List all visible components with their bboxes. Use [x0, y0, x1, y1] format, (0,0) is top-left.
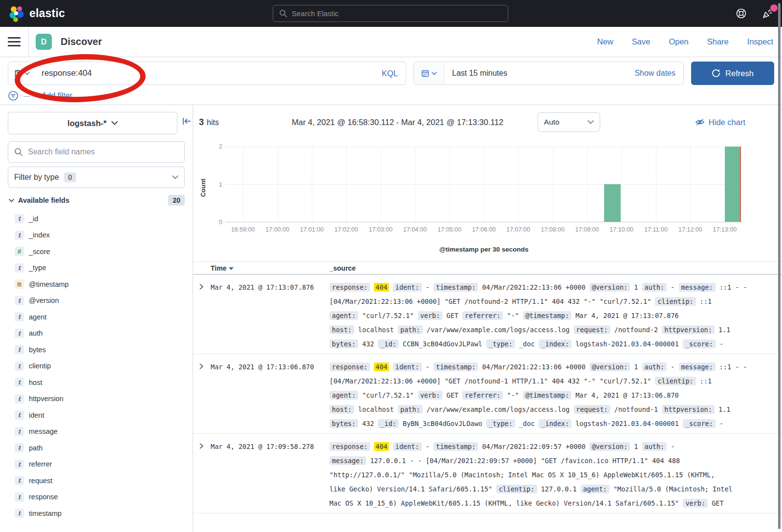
field-item-message[interactable]: tmessage: [8, 424, 185, 440]
field-badge: referrer:: [462, 391, 503, 400]
nav-link-open[interactable]: Open: [669, 37, 688, 46]
nav-link-inspect[interactable]: Inspect: [747, 37, 773, 46]
save-icon: [14, 69, 22, 78]
hide-chart-button[interactable]: Hide chart: [695, 118, 745, 127]
field-name: referrer: [29, 460, 52, 468]
eye-slash-icon: [695, 118, 705, 126]
field-item-agent[interactable]: tagent: [8, 309, 185, 325]
interval-value: Auto: [544, 118, 560, 127]
nav-link-save[interactable]: Save: [632, 37, 651, 46]
source-text: -: [671, 283, 674, 291]
menu-icon[interactable]: [8, 37, 21, 46]
field-badge: host:: [329, 405, 354, 414]
table-row: Mar 4, 2021 @ 17:13:07.876response: 404 …: [193, 275, 782, 354]
x-axis-tick-label: 17:07:00: [506, 226, 530, 233]
page-title: Discover: [61, 36, 102, 47]
field-item-@timestamp[interactable]: ▦@timestamp: [8, 276, 185, 293]
y-axis-labels: 012: [203, 147, 222, 222]
index-pattern-name: logstash-*: [67, 119, 107, 128]
source-text: /var/www/example.com/logs/access.log: [427, 405, 570, 413]
expand-row-icon[interactable]: [199, 440, 211, 511]
y-axis-tick-label: 2: [219, 143, 222, 150]
show-dates-button[interactable]: Show dates: [634, 69, 683, 78]
gridline: [278, 147, 278, 222]
x-axis-tick-label: 17:12:00: [678, 226, 702, 233]
save-query-button[interactable]: [8, 62, 36, 85]
field-item-_id[interactable]: t_id: [8, 211, 185, 227]
field-badge: _id:: [378, 340, 399, 348]
expand-row-icon[interactable]: [199, 360, 211, 431]
field-badge: clientip:: [655, 377, 695, 385]
field-item-auth[interactable]: tauth: [8, 325, 185, 342]
gridline: [587, 147, 587, 222]
field-item-ident[interactable]: tident: [8, 407, 185, 424]
scrollbar[interactable]: [778, 3, 781, 529]
newsfeed-icon[interactable]: [761, 8, 773, 20]
calendar-icon: [421, 69, 429, 77]
text-type-icon: t: [15, 329, 24, 338]
refresh-icon: [712, 69, 720, 78]
help-icon[interactable]: [735, 8, 747, 20]
field-item-bytes[interactable]: tbytes: [8, 341, 185, 358]
expand-row-icon[interactable]: [199, 280, 211, 351]
field-item-_score[interactable]: #_score: [8, 243, 185, 260]
source-text: -: [426, 363, 430, 371]
field-badge: ident:: [393, 283, 422, 292]
field-name: ident: [29, 411, 44, 419]
field-badge: ident:: [393, 362, 422, 371]
chevron-down-icon: [9, 199, 14, 202]
brand-name: elastic: [29, 7, 65, 20]
field-item-httpversion[interactable]: thttpversion: [8, 391, 185, 407]
field-badge: agent:: [329, 391, 358, 400]
filter-by-type-dropdown[interactable]: Filter by type 0: [8, 167, 185, 188]
field-name: request: [29, 477, 52, 485]
nav-link-share[interactable]: Share: [707, 37, 729, 46]
histogram-bar[interactable]: [725, 147, 741, 222]
time-range-value[interactable]: Last 15 minutes: [444, 69, 507, 78]
field-item-timestamp[interactable]: ttimestamp: [8, 505, 185, 522]
field-item-path[interactable]: tpath: [8, 440, 185, 456]
search-field-names-input[interactable]: Search field names: [8, 141, 185, 163]
field-name: @version: [29, 297, 59, 304]
date-quick-select-button[interactable]: [414, 62, 444, 85]
nav-link-new[interactable]: New: [597, 37, 613, 46]
field-item-response[interactable]: tresponse: [8, 489, 185, 506]
field-item-clientip[interactable]: tclientip: [8, 358, 185, 375]
field-item-_type[interactable]: t_type: [8, 260, 185, 277]
query-input[interactable]: response:404: [36, 68, 374, 78]
field-name: bytes: [29, 346, 46, 354]
source-text: /notfound-1: [614, 405, 658, 413]
histogram-bar[interactable]: [604, 184, 620, 222]
time-column-header[interactable]: Time: [211, 264, 329, 272]
x-axis-tick-label: 17:13:00: [713, 226, 737, 233]
source-text: GET: [712, 499, 723, 507]
filter-icon[interactable]: [8, 90, 19, 101]
add-filter-button[interactable]: + Add filter: [35, 91, 72, 100]
field-item-referrer[interactable]: treferrer: [8, 456, 185, 473]
field-item-@version[interactable]: t@version: [8, 293, 185, 309]
text-type-icon: t: [15, 394, 24, 404]
index-pattern-selector[interactable]: logstash-*: [8, 112, 177, 134]
query-language-button[interactable]: KQL: [374, 69, 406, 78]
field-item-_index[interactable]: t_index: [8, 227, 185, 244]
field-item-request[interactable]: trequest: [8, 472, 185, 489]
refresh-button[interactable]: Refresh: [691, 62, 774, 85]
source-text: "http://127.0.0.1/" "Mozilla/5.0 (Macint…: [329, 471, 715, 479]
fields-list: t_idt_index#_scoret_type▦@timestampt@ver…: [8, 211, 185, 522]
collapse-sidebar-icon[interactable]: [182, 117, 192, 126]
source-text: "-": [507, 391, 519, 399]
global-search-input[interactable]: Search Elastic: [273, 5, 508, 22]
source-text: -: [719, 340, 723, 348]
field-badge: _index:: [539, 340, 571, 348]
text-type-icon: t: [15, 263, 24, 273]
y-axis-tick-label: 1: [219, 181, 222, 188]
available-fields-header[interactable]: Available fields 20: [8, 194, 185, 207]
interval-select[interactable]: Auto: [538, 112, 600, 132]
row-source: response: 404 ident: - timestamp: 04/Mar…: [329, 280, 782, 351]
source-text: GET: [447, 391, 458, 399]
field-badge: response:: [329, 362, 370, 371]
field-item-host[interactable]: thost: [8, 374, 185, 391]
table-row: Mar 4, 2021 @ 17:13:06.870response: 404 …: [193, 354, 782, 434]
elastic-logo[interactable]: elastic: [9, 5, 65, 22]
field-name: message: [29, 427, 58, 435]
